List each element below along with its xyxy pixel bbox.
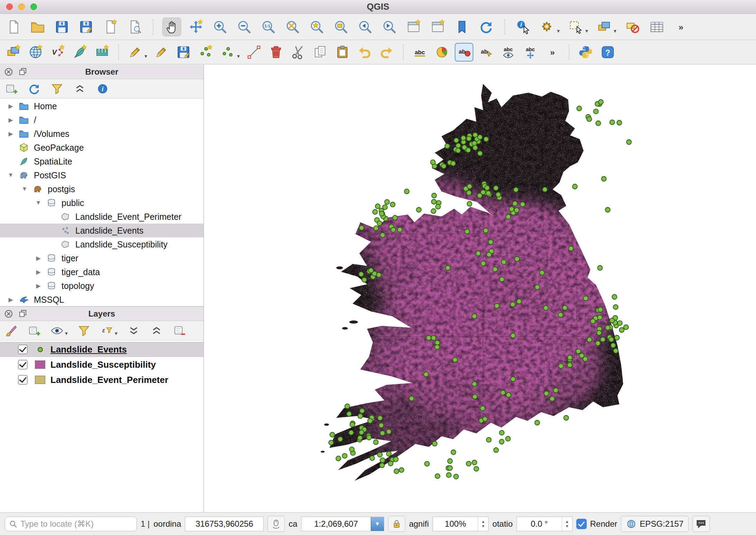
browser-item-home[interactable]: ▶Home: [0, 99, 204, 113]
new-print-layout-button[interactable]: [101, 18, 120, 36]
render-checkbox[interactable]: [576, 519, 587, 529]
layer-item-landslide-event-perimeter[interactable]: Landslide_Event_Perimeter: [0, 372, 204, 387]
pan-map-to-selection-button[interactable]: [187, 18, 205, 36]
minimize-window-button[interactable]: [18, 3, 25, 10]
manage-map-themes-button[interactable]: ▾: [49, 323, 65, 339]
browser-item-geopackage[interactable]: GeoPackage: [0, 141, 204, 154]
dropdown-arrow-icon[interactable]: ▾: [237, 53, 240, 59]
magnifier-spinbox[interactable]: 100% ▲▼: [433, 517, 489, 531]
refresh-map-button[interactable]: [477, 18, 495, 36]
show-layout-manager-button[interactable]: [125, 18, 144, 36]
new-map-view-button[interactable]: [404, 18, 423, 36]
layer-diagram-options-button[interactable]: [433, 43, 451, 62]
python-console-button[interactable]: [576, 43, 595, 62]
new-mesh-layer-button[interactable]: [93, 43, 111, 62]
zoom-last-button[interactable]: [356, 18, 375, 36]
remove-layer-button[interactable]: [171, 323, 187, 339]
vertex-tool-button[interactable]: [245, 43, 263, 62]
collapse-all-layers-button[interactable]: [149, 323, 164, 339]
dropdown-arrow-icon[interactable]: ▾: [585, 28, 588, 34]
layer-visibility-checkbox[interactable]: [18, 375, 28, 385]
highlight-pinned-labels-button[interactable]: ab: [455, 43, 473, 62]
expand-arrow-icon[interactable]: ▶: [32, 255, 45, 262]
expand-arrow-icon[interactable]: ▶: [4, 116, 17, 124]
expand-arrow-icon[interactable]: ▶: [32, 269, 45, 276]
save-project-as-button[interactable]: [77, 18, 95, 36]
dropdown-arrow-icon[interactable]: ▾: [115, 330, 117, 337]
float-panel-icon[interactable]: [18, 67, 28, 77]
zoom-to-selection-button[interactable]: [308, 18, 326, 36]
run-feature-action-button[interactable]: ▾: [538, 18, 557, 36]
redo-button[interactable]: [377, 43, 396, 62]
copy-features-button[interactable]: [311, 43, 330, 62]
float-panel-icon[interactable]: [18, 309, 28, 319]
new-spatialite-layer-button[interactable]: [70, 43, 89, 62]
delete-selected-button[interactable]: [267, 43, 285, 62]
move-label-button[interactable]: abc: [521, 43, 540, 62]
browser-item-volumes[interactable]: ▶/Volumes: [0, 127, 204, 141]
new-project-button[interactable]: [4, 18, 23, 36]
show-hide-labels-button[interactable]: abc: [499, 43, 518, 62]
paste-features-button[interactable]: [333, 43, 352, 62]
browser-item-[interactable]: ▶/: [0, 113, 204, 127]
dropdown-arrow-icon[interactable]: ▾: [614, 28, 616, 34]
zoom-out-button[interactable]: [235, 18, 254, 36]
layer-item-landslide-events[interactable]: Landslide_Events: [0, 342, 204, 357]
close-window-button[interactable]: [6, 3, 13, 10]
add-point-feature-button[interactable]: [196, 43, 215, 62]
zoom-to-layer-button[interactable]: [332, 18, 350, 36]
save-layer-edits-button[interactable]: [174, 43, 193, 62]
rotation-steppers[interactable]: ▲▼: [562, 517, 572, 531]
scale-dropdown-button[interactable]: ▼: [371, 517, 384, 531]
select-features-button[interactable]: ▾: [567, 18, 585, 36]
expand-arrow-icon[interactable]: ▼: [4, 172, 17, 179]
rotation-spinbox[interactable]: 0.0 ° ▲▼: [517, 517, 573, 531]
add-raster-layer-button[interactable]: [26, 43, 45, 62]
current-edits-button[interactable]: ▾: [126, 43, 144, 62]
expand-arrow-icon[interactable]: ▼: [32, 199, 45, 206]
toolbar-overflow-button[interactable]: »: [672, 18, 690, 36]
add-vector-layer-button[interactable]: V: [48, 43, 67, 62]
add-feature-menu-button[interactable]: ▾: [218, 43, 237, 62]
zoom-window-button[interactable]: [30, 3, 37, 10]
help-button[interactable]: ?: [598, 43, 617, 62]
browser-item-postgis[interactable]: ▼PostGIS: [0, 168, 204, 182]
browser-item-landslide-events[interactable]: Landslide_Events: [0, 224, 204, 237]
dropdown-arrow-icon[interactable]: ▾: [557, 28, 560, 34]
coordinate-input[interactable]: 316753,960256: [185, 517, 264, 531]
extents-toggle-button[interactable]: [267, 516, 285, 532]
zoom-next-button[interactable]: [380, 18, 399, 36]
browser-item-tiger-data[interactable]: ▶tiger_data: [0, 265, 204, 279]
collapse-all-browser-button[interactable]: [72, 81, 88, 97]
save-project-button[interactable]: [53, 18, 71, 36]
layer-visibility-checkbox[interactable]: [18, 345, 28, 354]
layer-visibility-checkbox[interactable]: [18, 360, 28, 369]
open-project-button[interactable]: [28, 18, 47, 36]
browser-properties-button[interactable]: i: [95, 81, 111, 97]
identify-features-button[interactable]: i: [514, 18, 533, 36]
expand-all-button[interactable]: [126, 323, 142, 339]
close-panel-icon[interactable]: [3, 309, 14, 319]
expand-arrow-icon[interactable]: ▶: [4, 103, 17, 110]
browser-item-landslide-event-perimeter[interactable]: Landslide_Event_Perimeter: [0, 210, 204, 224]
data-source-manager-button[interactable]: [4, 43, 23, 62]
zoom-full-button[interactable]: [283, 18, 302, 36]
show-spatial-bookmarks-button[interactable]: [453, 18, 471, 36]
browser-item-mssql[interactable]: ▶MSSQL: [0, 293, 204, 306]
pan-map-button[interactable]: [162, 18, 181, 36]
open-attribute-table-button[interactable]: [648, 18, 666, 36]
render-toggle[interactable]: Render: [576, 519, 617, 529]
crs-button[interactable]: EPSG:2157: [621, 516, 689, 532]
close-panel-icon[interactable]: [3, 67, 14, 77]
filter-browser-button[interactable]: [49, 81, 65, 97]
browser-item-postgis[interactable]: ▼postgis: [0, 182, 204, 196]
browser-item-landslide-susceptibility[interactable]: Landslide_Susceptibility: [0, 237, 204, 251]
browser-item-spatialite[interactable]: SpatiaLite: [0, 154, 204, 168]
browser-item-public[interactable]: ▼public: [0, 196, 204, 210]
expand-arrow-icon[interactable]: ▶: [4, 296, 17, 303]
undo-button[interactable]: [355, 43, 374, 62]
lock-scale-button[interactable]: [388, 516, 405, 532]
expand-arrow-icon[interactable]: ▶: [32, 282, 45, 290]
select-features-by-value-button[interactable]: ▾: [595, 18, 614, 36]
open-layer-styling-button[interactable]: [3, 323, 19, 339]
